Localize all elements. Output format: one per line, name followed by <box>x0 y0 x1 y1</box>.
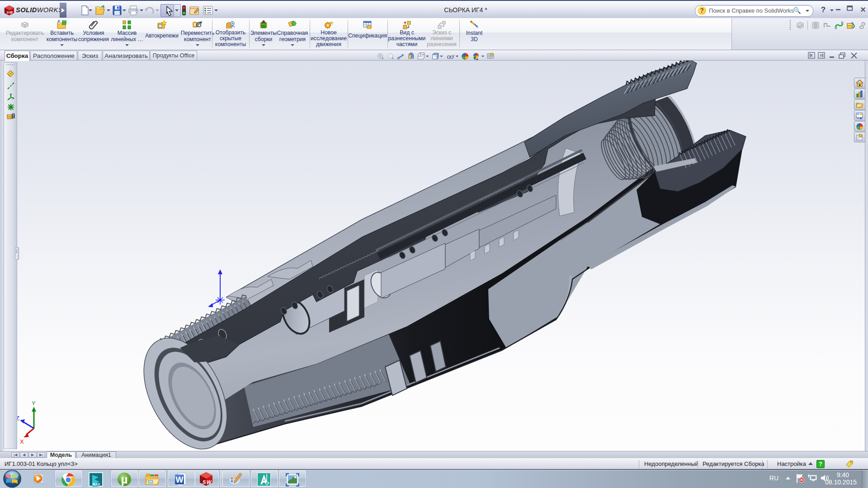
svg-text:S: S <box>6 10 9 14</box>
svg-text:MAX: MAX <box>93 482 100 486</box>
svg-text:W: W <box>207 479 212 485</box>
svg-text:W: W <box>176 475 184 484</box>
svg-text:Y: Y <box>32 400 36 407</box>
svg-text:S: S <box>203 479 206 485</box>
svg-text:X: X <box>20 438 24 445</box>
svg-text:µ: µ <box>121 473 128 486</box>
